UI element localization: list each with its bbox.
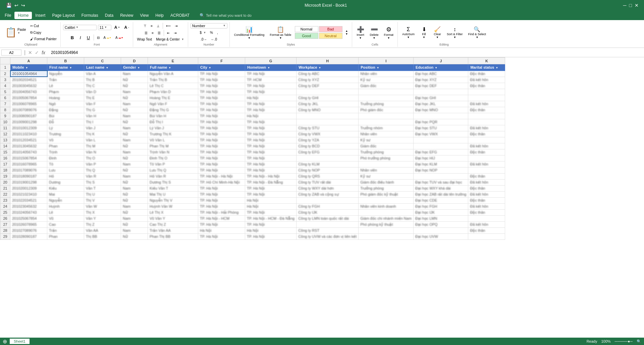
cell-19-5[interactable]: TP. Hà Nội - Hà Nội [198,173,245,179]
cell-3-7[interactable]: Công ty XYZ [297,77,359,83]
percent-button[interactable]: % [208,30,215,36]
cell-21-0[interactable]: 201020012309 [10,185,47,191]
clear-button[interactable]: 🧹 Clear ▼ [431,25,443,40]
cell-24-3[interactable]: Nam [121,203,148,209]
cell-5-10[interactable] [468,89,505,95]
cell-26-0[interactable]: 201025067854 [10,215,47,221]
text-direction-button[interactable]: ⟵ [164,23,172,29]
style-neutral[interactable]: Neutral [319,33,342,39]
cell-25-4[interactable]: Lê Thị X [148,209,198,215]
cell-24-8[interactable]: Nhân viên kinh doanh [359,203,414,209]
filter-icon-5[interactable]: ▼ [209,66,211,69]
cell-6-8[interactable] [359,95,414,101]
cell-17-3[interactable]: Nam [121,161,148,167]
cell-15-9[interactable]: Đại học EFG [414,149,468,155]
number-format-selector[interactable]: Number ▼ [191,23,227,28]
formula-input[interactable] [50,50,103,56]
autosum-button[interactable]: Σ AutoSum ▼ [400,25,417,40]
cell-28-3[interactable]: Nam [121,227,148,233]
cell-13-8[interactable]: Kỹ sư [359,137,414,143]
confirm-formula-icon[interactable]: ✓ [35,50,39,55]
cell-28-1[interactable]: Trần [47,227,84,233]
format-as-table-button[interactable]: 📋 Format as Table ▼ [268,24,293,41]
cell-27-3[interactable]: Nữ [121,221,148,227]
cell-19-3[interactable]: Nam [121,173,148,179]
cell-2-9[interactable]: Đại học ABC [414,71,468,77]
cell-21-5[interactable]: TP. Hà Nội [198,185,245,191]
cell-15-6[interactable]: TP. Hà Nội [245,149,297,155]
cell-21-7[interactable]: Công ty WXY dài hơn [297,185,359,191]
cell-29-3[interactable]: Nữ [121,233,148,239]
sort-filter-button[interactable]: ↕ Sort & Filter ▼ [445,25,465,40]
cell-18-4[interactable]: Lưu Thị Q [148,167,198,173]
cell-17-4[interactable]: Tô Văn P [148,161,198,167]
cell-2-2[interactable]: Văn A [84,71,121,77]
insert-function-icon[interactable]: fx [42,50,45,55]
cell-4-9[interactable]: Đại học DEF [414,83,468,89]
cell-6-4[interactable]: Hoàng Thị E [148,95,198,101]
menu-data[interactable]: Data [102,12,117,19]
cell-19-10[interactable]: Độc thân [468,173,505,179]
cell-2-5[interactable]: TP. Hà Nội [198,71,245,77]
cell-5-4[interactable]: Phạm Văn D [148,89,198,95]
conditional-formatting-button[interactable]: 📊 Conditional Formatting ▼ [232,24,267,41]
cell-22-6[interactable]: TP. Hà Nội [245,191,297,197]
cell-10-2[interactable]: Thị I [84,119,121,125]
cell-9-0[interactable]: 201008090187 [10,113,47,119]
filter-icon-1[interactable]: ▼ [69,66,72,69]
cell-24-6[interactable]: Hà Nội [245,203,297,209]
cell-23-6[interactable]: Hà Nội [245,197,297,203]
cell-25-5[interactable]: TP. Hà Nội - Hải Phòng [198,209,245,215]
cell-4-7[interactable]: Công ty DEF [297,83,359,89]
cell-14-10[interactable]: Đã kết hôn [468,143,505,149]
cell-2-1[interactable]: Nguyễn [47,71,84,77]
cell-10-5[interactable]: TP. Hà Nội [198,119,245,125]
align-left-button[interactable]: ☰ [143,30,149,36]
menu-insert[interactable]: Insert [32,12,49,19]
cell-22-8[interactable]: Phó giám đốc kỹ thuật [359,191,414,197]
cell-26-4[interactable]: Vũ Văn Y [148,215,198,221]
col-header-D[interactable]: D [121,58,148,64]
cell-17-7[interactable]: Công ty KLM [297,161,359,167]
cell-11-0[interactable]: 201010012309 [10,125,47,131]
cell-20-3[interactable]: Nữ [121,179,148,185]
cell-25-3[interactable]: Nữ [121,209,148,215]
cell-24-1[interactable]: Huỳnh [47,203,84,209]
cell-4-0[interactable]: 201003045632 [10,83,47,89]
cell-8-0[interactable]: 201007089076 [10,107,47,113]
cell-26-8[interactable]: Giám đốc chi nhánh miền Nam [359,215,414,221]
col-header-J[interactable]: J [414,58,468,64]
cell-10-7[interactable] [297,119,359,125]
style-bad[interactable]: Bad [319,26,342,32]
cell-9-5[interactable]: TP. Hà Nội [198,113,245,119]
delete-button[interactable]: ➖ Delete ▼ [368,24,381,41]
cell-6-7[interactable]: Công ty GHI [297,95,359,101]
cell-5-6[interactable]: TP. Hà Nội [245,89,297,95]
cell-3-10[interactable]: Đã kết hôn [468,77,505,83]
cell-25-2[interactable]: Thị X [84,209,121,215]
cell-14-2[interactable]: Thị M [84,143,121,149]
cell-26-2[interactable]: Văn Y [84,215,121,221]
cell-22-1[interactable]: Mai [47,191,84,197]
cell-24-9[interactable]: Đại học FGH [414,203,468,209]
cell-8-2[interactable]: Thị G [84,107,121,113]
cell-22-9[interactable]: Đại học ZAB rất dài tên trường [414,191,468,197]
minimize-btn[interactable]: ─ [623,3,627,8]
cell-11-6[interactable]: TP. Hà Nội [245,125,297,131]
cell-28-6[interactable]: Hà Nội [245,227,297,233]
decrease-font-size-button[interactable]: A- [122,24,130,31]
cell-26-10[interactable] [468,215,505,221]
filter-icon-4[interactable]: ▼ [168,66,171,69]
menu-file[interactable]: File [1,12,14,19]
cell-22-3[interactable]: Nữ [121,191,148,197]
cell-7-2[interactable]: Văn F [84,101,121,107]
cell-17-6[interactable]: TP. Hà Nội [245,161,297,167]
cell-14-8[interactable]: Giám đốc [359,143,414,149]
cell-24-7[interactable]: Công ty FGH [297,203,359,209]
cell-17-1[interactable]: Tô [47,161,84,167]
copy-button[interactable]: ⧉Copy [29,29,58,36]
menu-acrobat[interactable]: ACROBAT [167,12,193,19]
cell-12-8[interactable]: Nhân viên [359,131,414,137]
cell-16-3[interactable]: Nữ [121,155,148,161]
cell-27-2[interactable]: Thị Z [84,221,121,227]
